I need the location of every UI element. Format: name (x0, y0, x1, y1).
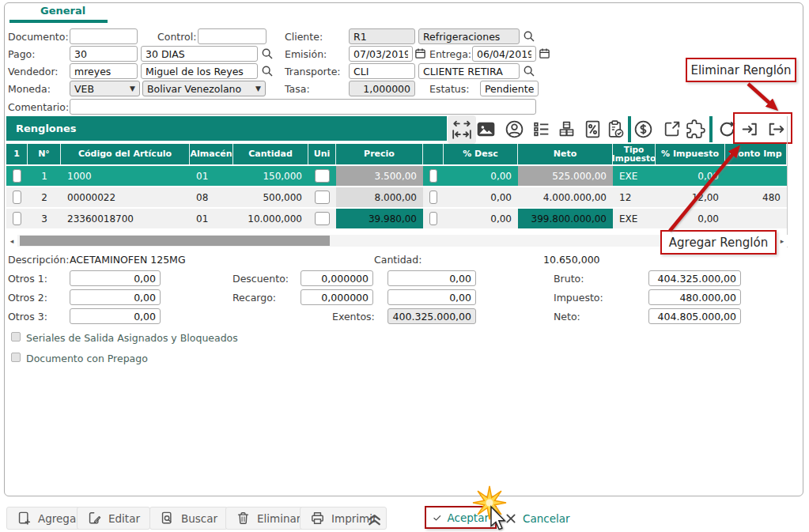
table-row[interactable]: 3 23360018700 01 10.000,000 39.980,00 0,… (6, 209, 787, 228)
otros2-input[interactable] (70, 289, 161, 305)
user-icon[interactable] (505, 119, 524, 139)
prepago-checkbox[interactable] (11, 353, 21, 362)
recargo-monto-input[interactable] (387, 289, 476, 305)
row-selector[interactable] (6, 187, 28, 207)
tasa-input[interactable] (349, 81, 415, 96)
recargo-pct-input[interactable] (301, 289, 373, 305)
clipboard-check-icon[interactable] (606, 119, 626, 139)
moneda-name-select[interactable]: Bolivar Venezolano▼ (142, 81, 266, 96)
percent-document-icon[interactable] (583, 119, 603, 139)
row-selector-box[interactable] (13, 169, 21, 183)
scrollbar-thumb[interactable] (20, 236, 330, 246)
impuesto-input[interactable] (648, 289, 741, 305)
image-icon[interactable] (476, 119, 496, 139)
cancelar-button[interactable]: Cancelar (505, 507, 570, 530)
cliente-name-input[interactable] (418, 28, 520, 44)
otros3-input[interactable] (70, 308, 161, 324)
resize-columns-icon[interactable] (448, 115, 476, 144)
bruto-input[interactable] (648, 270, 741, 286)
grid-header-cell[interactable]: 1 (6, 144, 28, 164)
grid-header-cell[interactable]: Cantidad (233, 144, 308, 164)
transporte-search-icon[interactable] (523, 65, 535, 77)
otros1-input[interactable] (70, 270, 161, 286)
scroll-left-arrow[interactable]: ◂ (6, 235, 17, 247)
aceptar-button[interactable]: Aceptar (425, 506, 497, 529)
pago-name-input[interactable] (141, 46, 258, 62)
cell-precio: 8.000,00 (336, 187, 423, 207)
vendedor-name-input[interactable] (141, 63, 258, 79)
scroll-right-arrow[interactable]: ▸ (777, 235, 788, 247)
neto-input[interactable] (648, 308, 741, 324)
row-selector[interactable] (6, 166, 28, 186)
items-list-icon[interactable] (531, 119, 551, 139)
estatus-input[interactable] (480, 81, 539, 96)
transporte-code-input[interactable] (349, 63, 415, 79)
impuesto-label: Impuesto: (554, 292, 603, 304)
dollar-icon[interactable] (633, 119, 653, 139)
emision-label: Emisión: (285, 48, 327, 60)
table-row[interactable]: 1 1000 01 150,000 3.500,00 0,00 525.000,… (6, 166, 787, 186)
pago-search-icon[interactable] (261, 47, 274, 60)
detail-box[interactable] (429, 212, 437, 225)
descuento-monto-input[interactable] (387, 270, 476, 286)
exentos-input[interactable] (387, 308, 476, 324)
uni-box[interactable] (315, 191, 330, 204)
grid-header-cell[interactable]: N° (28, 144, 61, 164)
table-row[interactable]: 2 00000022 08 500,000 8.000,00 0,00 4.00… (6, 187, 787, 207)
puzzle-icon[interactable] (686, 119, 705, 139)
grid-header-cell[interactable]: Neto (518, 144, 613, 164)
entrega-input[interactable] (472, 46, 536, 62)
grid-header-cell[interactable]: % Impuesto (656, 144, 725, 164)
grid-header-cell[interactable]: Precio (336, 144, 423, 164)
cell-btn[interactable] (423, 166, 444, 186)
uni-box[interactable] (315, 212, 330, 225)
cell-uni[interactable] (308, 209, 336, 228)
buscar-button[interactable]: Buscar (149, 507, 228, 530)
prepago-checkbox-label: Documento con Prepago (26, 353, 148, 364)
vendedor-code-input[interactable] (70, 63, 138, 79)
detail-box[interactable] (429, 191, 437, 204)
moneda-code-select[interactable]: VEB▼ (70, 81, 140, 96)
cubes-icon[interactable] (557, 119, 577, 139)
emision-calendar-icon[interactable] (414, 47, 426, 59)
row-selector-box[interactable] (13, 212, 21, 225)
comentario-input[interactable] (70, 99, 536, 115)
editar-button[interactable]: Editar (77, 507, 150, 530)
grid-header-cell[interactable]: Código del Artículo (61, 144, 190, 164)
vendedor-search-icon[interactable] (261, 65, 274, 77)
documento-input[interactable] (70, 28, 138, 44)
estatus-label: Estatus: (429, 83, 470, 95)
grid-header-cell[interactable]: Uni (308, 144, 336, 164)
grid-header-cell[interactable]: Monto Imp (725, 144, 787, 164)
uni-box[interactable] (315, 169, 330, 183)
pago-code-input[interactable] (70, 46, 138, 62)
cell-btn[interactable] (423, 187, 444, 207)
collapse-toolbar-icon[interactable] (365, 509, 384, 527)
entrega-calendar-icon[interactable] (539, 47, 550, 59)
eliminar-button[interactable]: Eliminar (225, 507, 311, 530)
cell-uni[interactable] (308, 187, 336, 207)
descuento-pct-input[interactable] (301, 270, 373, 286)
control-input[interactable] (198, 28, 267, 44)
grid-header-cell[interactable]: % Desc (444, 144, 518, 164)
grid-header-cell[interactable]: Almacén (190, 144, 233, 164)
cell-btn[interactable] (423, 209, 444, 228)
transporte-name-input[interactable] (418, 63, 520, 79)
detail-box[interactable] (429, 169, 437, 183)
cliente-code-input[interactable] (349, 28, 415, 44)
cell-uni[interactable] (308, 166, 336, 186)
emision-input[interactable] (349, 46, 413, 62)
cell-n: 1 (28, 166, 61, 186)
grid-header-cell[interactable] (423, 144, 444, 164)
tab-general[interactable]: General (36, 5, 90, 17)
row-selector-box[interactable] (13, 191, 21, 204)
close-icon (505, 512, 517, 525)
external-link-icon[interactable] (662, 119, 682, 139)
descripcion-label: Descripción: (8, 254, 69, 266)
cliente-search-icon[interactable] (523, 30, 535, 43)
row-selector[interactable] (6, 209, 28, 228)
cell-monto-impuesto (725, 209, 787, 228)
grid-header-cell[interactable]: Tipo Impuesto (613, 144, 656, 164)
seriales-checkbox[interactable] (11, 332, 21, 341)
cell-desc: 0,00 (444, 166, 518, 186)
